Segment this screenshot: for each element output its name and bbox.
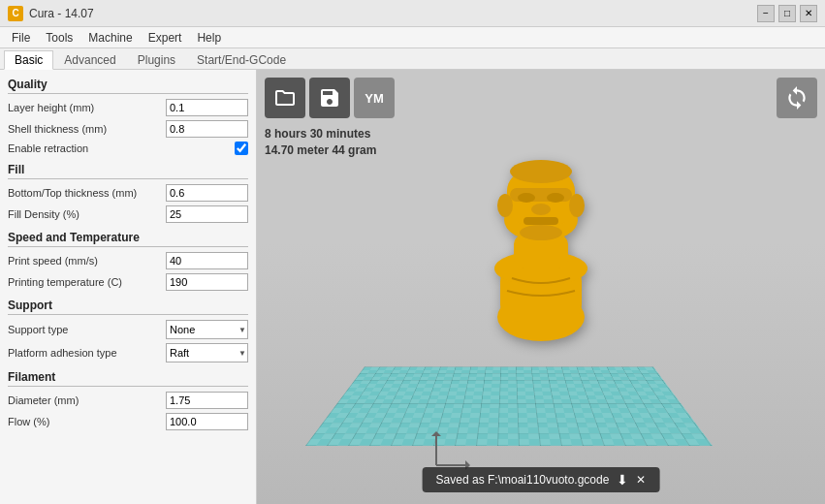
layer-height-row: Layer height (mm) <box>8 99 248 116</box>
print-info: 8 hours 30 minutes 14.70 meter 44 gram <box>265 126 376 159</box>
maximize-button[interactable]: □ <box>778 5 796 22</box>
build-plate <box>305 367 713 446</box>
print-material: 14.70 meter 44 gram <box>265 142 376 159</box>
flow-label: Flow (%) <box>8 416 166 427</box>
fill-density-label: Fill Density (%) <box>8 208 166 220</box>
shell-thickness-input[interactable] <box>166 120 248 138</box>
svg-point-14 <box>569 194 585 217</box>
settings-panel: Quality Layer height (mm) Shell thicknes… <box>0 70 257 504</box>
tab-advanced[interactable]: Advanced <box>53 50 126 69</box>
close-button[interactable]: ✕ <box>800 5 817 22</box>
menu-machine[interactable]: Machine <box>80 29 140 47</box>
right-toolbar <box>777 78 817 118</box>
layer-height-input[interactable] <box>166 99 248 116</box>
quality-section-title: Quality <box>8 78 248 94</box>
tab-basic[interactable]: Basic <box>4 50 53 70</box>
svg-point-10 <box>531 204 551 215</box>
bottom-top-thickness-input[interactable] <box>166 184 248 202</box>
support-type-wrapper: None Touching buildplate Everywhere ▼ <box>166 320 248 339</box>
diameter-label: Diameter (mm) <box>8 394 166 406</box>
moai-model <box>473 128 609 354</box>
diameter-row: Diameter (mm) <box>8 392 248 409</box>
enable-retraction-label: Enable retraction <box>8 142 235 154</box>
enable-retraction-row: Enable retraction <box>8 142 248 155</box>
3d-scene: YM 8 hours 30 minutes 14.70 meter 44 gra… <box>257 70 825 504</box>
svg-marker-18 <box>431 431 441 436</box>
menubar: File Tools Machine Expert Help <box>0 27 825 48</box>
print-temp-label: Printing temperature (C) <box>8 276 166 288</box>
ym-button[interactable]: YM <box>354 78 395 118</box>
support-type-label: Support type <box>8 324 166 335</box>
status-bar: Saved as F:\moai110vuoto.gcode ⬇ ✕ <box>423 467 660 492</box>
print-time: 8 hours 30 minutes <box>265 126 376 142</box>
flow-input[interactable] <box>166 413 248 430</box>
platform-adhesion-wrapper: None Brim Raft ▼ <box>166 343 248 362</box>
diameter-input[interactable] <box>166 392 248 409</box>
svg-point-6 <box>510 160 572 183</box>
rotate-button[interactable] <box>777 78 817 118</box>
platform-adhesion-select[interactable]: None Brim Raft <box>166 343 248 362</box>
download-icon: ⬇ <box>617 472 628 488</box>
fill-density-row: Fill Density (%) <box>8 205 248 223</box>
svg-point-8 <box>518 193 535 203</box>
print-temp-input[interactable] <box>166 273 248 291</box>
statusbar-close-button[interactable]: ✕ <box>636 473 646 487</box>
statusbar-text: Saved as F:\moai110vuoto.gcode <box>436 473 610 487</box>
svg-point-13 <box>497 194 513 217</box>
bottom-top-thickness-label: Bottom/Top thickness (mm) <box>8 187 166 199</box>
svg-point-12 <box>520 225 562 240</box>
menu-help[interactable]: Help <box>189 29 229 47</box>
tabbar: Basic Advanced Plugins Start/End-GCode <box>0 48 825 70</box>
support-section-title: Support <box>8 299 248 315</box>
3d-viewport[interactable]: YM 8 hours 30 minutes 14.70 meter 44 gra… <box>257 70 825 504</box>
shell-thickness-label: Shell thickness (mm) <box>8 123 166 135</box>
main-content: Quality Layer height (mm) Shell thicknes… <box>0 70 825 504</box>
platform-adhesion-row: Platform adhesion type None Brim Raft ▼ <box>8 343 248 362</box>
menu-expert[interactable]: Expert <box>141 29 190 47</box>
support-type-row: Support type None Touching buildplate Ev… <box>8 320 248 339</box>
app-icon: C <box>8 6 23 21</box>
layer-height-label: Layer height (mm) <box>8 102 166 113</box>
fill-density-input[interactable] <box>166 205 248 223</box>
open-file-button[interactable] <box>265 78 305 118</box>
menu-file[interactable]: File <box>4 29 38 47</box>
window-title: Cura - 14.07 <box>29 7 757 20</box>
tab-start-end-gcode[interactable]: Start/End-GCode <box>186 50 297 69</box>
tab-plugins[interactable]: Plugins <box>127 50 186 69</box>
enable-retraction-checkbox[interactable] <box>235 142 248 155</box>
shell-thickness-row: Shell thickness (mm) <box>8 120 248 138</box>
fill-section-title: Fill <box>8 163 248 179</box>
print-speed-row: Print speed (mm/s) <box>8 252 248 269</box>
flow-row: Flow (%) <box>8 413 248 430</box>
svg-rect-11 <box>524 217 558 225</box>
minimize-button[interactable]: − <box>757 5 775 22</box>
menu-tools[interactable]: Tools <box>38 29 80 47</box>
svg-point-9 <box>547 193 564 203</box>
filament-section-title: Filament <box>8 370 248 387</box>
save-button[interactable] <box>309 78 350 118</box>
speed-temp-section-title: Speed and Temperature <box>8 231 248 247</box>
bottom-top-thickness-row: Bottom/Top thickness (mm) <box>8 184 248 202</box>
ym-label: YM <box>365 91 384 106</box>
print-temp-row: Printing temperature (C) <box>8 273 248 291</box>
print-speed-label: Print speed (mm/s) <box>8 255 166 267</box>
titlebar: C Cura - 14.07 − □ ✕ <box>0 0 825 27</box>
window-controls: − □ ✕ <box>757 5 817 22</box>
toolbar: YM <box>265 78 395 118</box>
platform-adhesion-label: Platform adhesion type <box>8 347 166 359</box>
print-speed-input[interactable] <box>166 252 248 269</box>
support-type-select[interactable]: None Touching buildplate Everywhere <box>166 320 248 339</box>
